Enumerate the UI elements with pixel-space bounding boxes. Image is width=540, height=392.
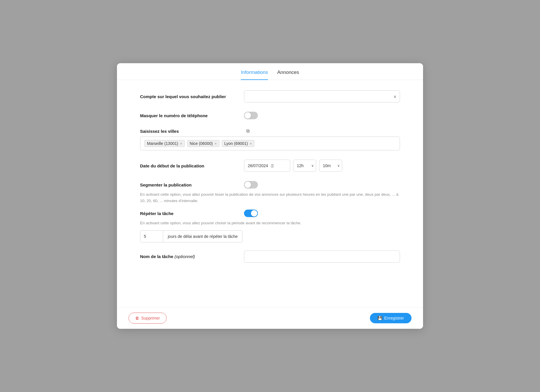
modal: Informations Annonces Compte sur lequel … [117,63,423,329]
repeter-section: Répéter la tâche En activant cette optio… [140,210,400,242]
form-content: Compte sur lequel vous souhaitez publier… [117,80,423,307]
toggle-knob-repeter [251,210,257,216]
segmenter-label-row: Segmenter la publication [140,181,400,188]
tag-nice-label: Nice (06000) [190,141,213,146]
nom-label: Nom de la tâche (optionnel) [140,254,244,259]
repeter-toggle[interactable] [244,210,258,217]
date-label: Date du début de la publication [140,163,244,168]
tab-annonces[interactable]: Annonces [277,70,299,80]
tag-lyon-remove[interactable]: × [250,142,252,145]
compte-label: Compte sur lequel vous souhaitez publier [140,94,244,99]
footer: 🗑 Supprimer 💾 Enregistrer [117,307,423,329]
trash-icon: 🗑 [135,316,139,320]
tag-lyon-label: Lyon (69001) [224,141,248,146]
minute-select[interactable]: 10m [319,160,342,172]
delay-label: jours de délai avant de répéter la tâche [163,230,243,242]
calendar-icon: 🗓 [270,163,275,168]
toggle-knob [245,112,251,119]
date-picker[interactable]: 26/07/2024 🗓 [244,160,290,172]
heure-select[interactable]: 12h [293,160,316,172]
repeter-desc: En activant cette option, vous allez pou… [140,220,400,226]
tag-marseille-label: Marseille (13001) [147,141,178,146]
segmenter-desc: En activant cette option, vous allez pou… [140,191,400,204]
save-button[interactable]: 💾 Enregistrer [370,313,411,323]
date-controls: 26/07/2024 🗓 12h ∨ 10m ∨ [244,160,342,172]
heure-wrap: 12h ∨ [293,160,316,172]
repeter-label-row: Répéter la tâche [140,210,400,217]
masquer-row: Masquer le numéro de téléphone [140,112,400,119]
save-label: Enregistrer [384,316,404,320]
nom-label-text: Nom de la tâche [140,254,173,259]
masquer-toggle[interactable] [244,112,258,119]
tabs-bar: Informations Annonces [117,63,423,80]
segmenter-toggle[interactable] [244,181,258,188]
tab-informations[interactable]: Informations [241,70,268,80]
tag-marseille-remove[interactable]: × [180,142,182,145]
tag-nice-remove[interactable]: × [215,142,217,145]
date-value: 26/07/2024 [248,163,268,168]
delete-label: Supprimer [141,316,160,320]
tag-lyon: Lyon (69001) × [222,140,255,147]
toggle-knob-segmenter [245,182,251,188]
masquer-label: Masquer le numéro de téléphone [140,113,244,118]
nom-input[interactable] [244,251,400,263]
delay-row: jours de délai avant de répéter la tâche [140,230,400,242]
tag-marseille: Marseille (13001) × [144,140,185,147]
copy-icon[interactable]: ⧉ [246,128,249,134]
villes-input[interactable]: Marseille (13001) × Nice (06000) × Lyon … [140,137,400,150]
nom-row: Nom de la tâche (optionnel) [140,251,400,263]
tag-nice: Nice (06000) × [187,140,219,147]
segmenter-section: Segmenter la publication En activant cet… [140,181,400,204]
delete-button[interactable]: 🗑 Supprimer [129,313,167,324]
villes-label: Saisissez les villes [140,129,244,134]
segmenter-label: Segmenter la publication [140,182,244,187]
save-icon: 💾 [377,316,382,320]
compte-dropdown-wrap: ∨ [244,90,400,102]
minute-wrap: 10m ∨ [319,160,342,172]
delay-input[interactable] [140,230,163,242]
villes-label-row: Saisissez les villes ⧉ [140,128,400,134]
compte-select[interactable] [244,90,400,102]
nom-label-optional: (optionnel) [174,254,195,259]
date-row: Date du début de la publication 26/07/20… [140,160,400,172]
compte-row: Compte sur lequel vous souhaitez publier… [140,90,400,102]
villes-section: Saisissez les villes ⧉ Marseille (13001)… [140,128,400,150]
repeter-label: Répéter la tâche [140,211,244,216]
